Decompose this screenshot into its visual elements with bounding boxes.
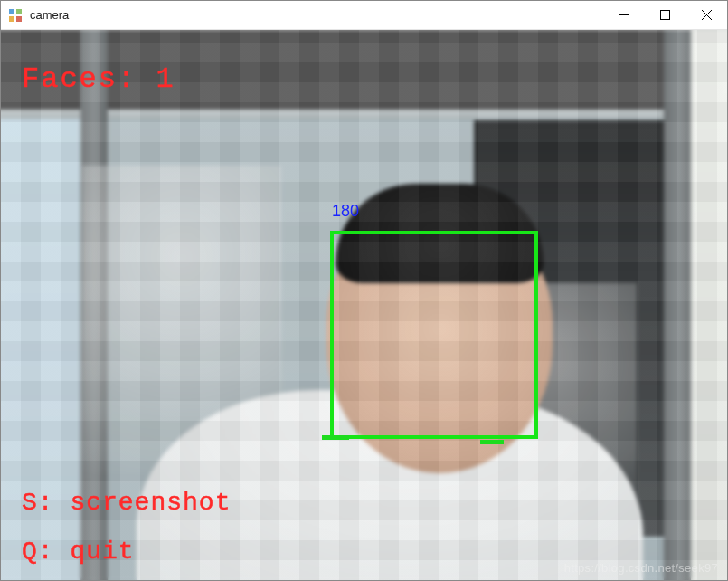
svg-rect-0 [9,9,14,14]
faces-prefix: Faces: [22,62,156,96]
help-screenshot: S: screenshot [22,489,231,517]
window-controls [602,1,727,29]
faces-count: 1 [156,62,175,96]
close-button[interactable] [685,1,727,29]
maximize-button[interactable] [644,1,685,29]
svg-rect-2 [9,16,14,22]
svg-rect-1 [16,9,22,14]
faces-count-label: Faces: 1 [22,62,175,96]
face-bounding-box [330,231,538,439]
titlebar[interactable]: camera [1,1,727,30]
face-id-label: 180 [332,202,359,221]
window-title: camera [30,8,602,22]
help-quit: Q: quit [22,538,135,566]
camera-viewport: Faces: 1 180 S: screenshot Q: quit https… [1,30,727,580]
app-icon [8,8,23,23]
svg-rect-3 [16,16,22,22]
minimize-button[interactable] [602,1,644,29]
watermark: https://blog.csdn.net/seek97 [564,561,718,575]
svg-rect-5 [660,11,669,20]
application-window: camera F [0,0,728,581]
